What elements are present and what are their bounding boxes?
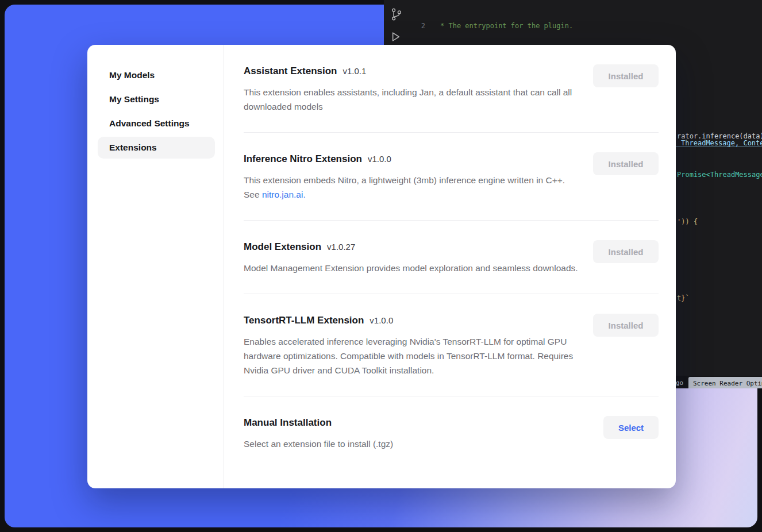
code-fragment: Promise<ThreadMessage> <box>677 170 762 180</box>
line-number: 2 <box>411 21 425 31</box>
sidebar-item-extensions[interactable]: Extensions <box>98 137 215 159</box>
extension-description: Enables accelerated inference leveraging… <box>244 334 578 377</box>
code-line: 2 * The entrypoint for the plugin. <box>411 21 762 31</box>
extension-name: Model Extension <box>244 240 321 254</box>
extension-name: Assistant Extension <box>244 64 337 78</box>
settings-sidebar: My Models My Settings Advanced Settings … <box>87 45 224 488</box>
extension-name: TensortRT-LLM Extension <box>244 314 364 327</box>
extension-version: v1.0.0 <box>370 315 393 325</box>
section-description: Select an extension file to install (.tg… <box>244 437 393 451</box>
code-fragment: t}` <box>677 294 690 303</box>
code-fragment: ')) { <box>677 217 698 227</box>
extension-version: v1.0.27 <box>327 242 355 252</box>
extension-row-nitro: Inference Nitro Extension v1.0.0 This ex… <box>244 133 659 221</box>
extension-description: This extension enables assistants, inclu… <box>244 85 578 114</box>
extension-version: v1.0.0 <box>368 154 391 164</box>
extension-name: Inference Nitro Extension <box>244 152 362 166</box>
nitro-jan-ai-link[interactable]: nitro.jan.ai. <box>262 190 306 199</box>
installed-button[interactable]: Installed <box>593 240 659 263</box>
code-fragment: rator.inference(data)); <box>677 132 762 141</box>
status-text: go <box>676 378 683 388</box>
sidebar-item-advanced-settings[interactable]: Advanced Settings <box>98 113 215 134</box>
installed-button[interactable]: Installed <box>593 152 659 175</box>
extension-row-model: Model Extension v1.0.27 Model Management… <box>244 221 659 294</box>
code-text: * The entrypoint for the plugin. <box>440 21 573 31</box>
select-file-button[interactable]: Select <box>603 416 659 439</box>
extension-row-assistant: Assistant Extension v1.0.1 This extensio… <box>244 48 659 133</box>
git-branch-icon[interactable] <box>391 8 402 24</box>
extensions-panel: Assistant Extension v1.0.1 This extensio… <box>224 45 676 488</box>
extension-description: This extension embeds Nitro, a lightweig… <box>244 173 578 202</box>
screen-reader-chip[interactable]: Screen Reader Optimize <box>688 377 762 388</box>
section-title: Manual Installation <box>244 416 332 430</box>
play-icon[interactable] <box>390 31 401 45</box>
sidebar-item-my-settings[interactable]: My Settings <box>98 88 215 110</box>
manual-installation-row: Manual Installation Select an extension … <box>244 396 659 469</box>
extension-description: Model Management Extension provides mode… <box>244 261 578 275</box>
installed-button[interactable]: Installed <box>593 314 659 337</box>
extension-row-tensorrt: TensortRT-LLM Extension v1.0.0 Enables a… <box>244 294 659 396</box>
sidebar-item-my-models[interactable]: My Models <box>98 64 215 86</box>
installed-button[interactable]: Installed <box>593 64 659 87</box>
extension-version: v1.0.1 <box>343 66 367 76</box>
settings-modal: My Models My Settings Advanced Settings … <box>87 45 676 488</box>
